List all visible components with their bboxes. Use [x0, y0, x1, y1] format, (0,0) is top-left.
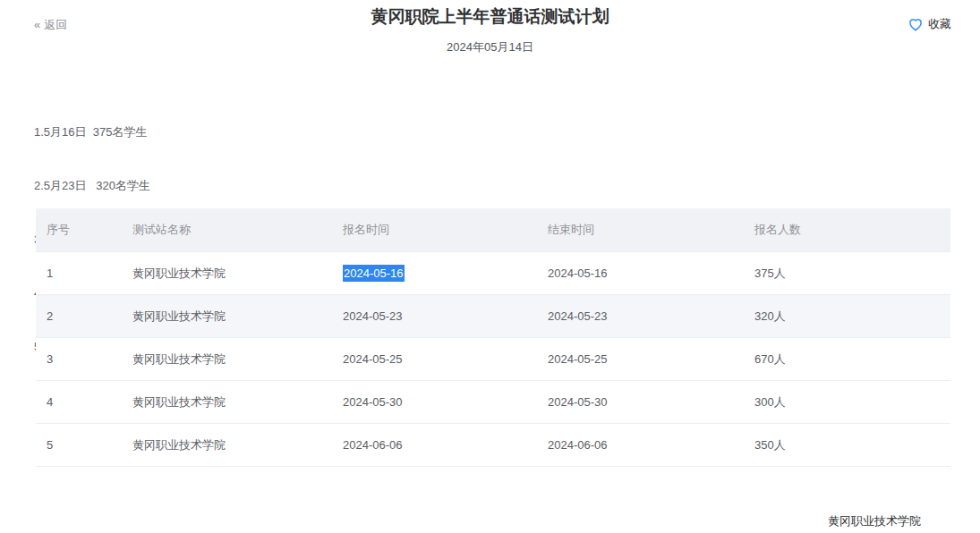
cell-station: 黄冈职业技术学院 — [122, 338, 332, 381]
cell-count: 375人 — [744, 252, 950, 295]
column-header-start-time: 报名时间 — [332, 208, 537, 252]
cell-start-time: 2024-05-25 — [332, 338, 537, 381]
favorite-button[interactable]: 收藏 — [908, 16, 951, 32]
cell-station: 黄冈职业技术学院 — [122, 252, 332, 295]
cell-index: 1 — [36, 252, 122, 295]
page-title: 黄冈职院上半年普通话测试计划 — [0, 5, 980, 29]
cell-end-time: 2024-05-16 — [537, 252, 744, 295]
test-plan-table: 序号 测试站名称 报名时间 结束时间 报名人数 1 黄冈职业技术学院 2024-… — [36, 208, 950, 467]
table-row: 3 黄冈职业技术学院 2024-05-25 2024-05-25 670人 — [36, 338, 950, 381]
cell-end-time: 2024-05-25 — [537, 338, 744, 381]
footer-org: 黄冈职业技术学院 — [828, 513, 921, 529]
cell-index: 4 — [36, 381, 122, 424]
cell-start-time: 2024-06-06 — [332, 424, 537, 467]
cell-start-time: 2024-05-23 — [332, 295, 537, 338]
favorite-label: 收藏 — [928, 16, 951, 32]
cell-end-time: 2024-06-06 — [537, 424, 744, 467]
cell-count: 320人 — [744, 295, 950, 338]
column-header-end-time: 结束时间 — [537, 208, 744, 252]
cell-station: 黄冈职业技术学院 — [122, 295, 332, 338]
cell-station: 黄冈职业技术学院 — [122, 381, 332, 424]
cell-end-time: 2024-05-23 — [537, 295, 744, 338]
table-header-row: 序号 测试站名称 报名时间 结束时间 报名人数 — [36, 208, 950, 252]
schedule-item: 2.5月23日 320名学生 — [34, 177, 150, 195]
table-row: 5 黄冈职业技术学院 2024-06-06 2024-06-06 350人 — [36, 424, 950, 467]
cell-station: 黄冈职业技术学院 — [122, 424, 332, 467]
cell-start-time: 2024-05-30 — [332, 381, 537, 424]
column-header-count: 报名人数 — [744, 208, 950, 252]
cell-count: 300人 — [744, 381, 950, 424]
cell-index: 5 — [36, 424, 122, 467]
table-row: 4 黄冈职业技术学院 2024-05-30 2024-05-30 300人 — [36, 381, 950, 424]
selected-text: 2024-05-16 — [343, 265, 405, 282]
cell-end-time: 2024-05-30 — [537, 381, 744, 424]
cell-count: 670人 — [744, 338, 950, 381]
publish-date: 2024年05月14日 — [0, 39, 980, 55]
heart-icon — [908, 16, 924, 32]
table-row: 2 黄冈职业技术学院 2024-05-23 2024-05-23 320人 — [36, 295, 950, 338]
cell-start-time: 2024-05-16 — [332, 252, 537, 295]
schedule-item: 1.5月16日 375名学生 — [34, 123, 150, 141]
cell-index: 3 — [36, 338, 122, 381]
cell-index: 2 — [36, 295, 122, 338]
column-header-station: 测试站名称 — [122, 208, 332, 252]
cell-count: 350人 — [744, 424, 950, 467]
column-header-index: 序号 — [36, 208, 122, 252]
table-row: 1 黄冈职业技术学院 2024-05-16 2024-05-16 375人 — [36, 252, 950, 295]
page: «返回 黄冈职院上半年普通话测试计划 收藏 2024年05月14日 1.5月16… — [0, 0, 980, 533]
